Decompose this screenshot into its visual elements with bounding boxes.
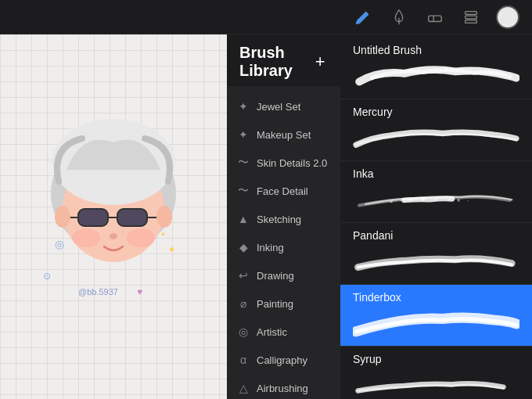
svg-text:✦: ✦ — [160, 231, 166, 238]
category-item-skin-details[interactable]: 〜Skin Details 2.0 — [227, 149, 336, 177]
category-label-calligraphy: Calligraphy — [257, 354, 307, 366]
layers-tool-btn[interactable] — [460, 6, 482, 28]
category-item-airbrushing[interactable]: △Airbrushing — [227, 374, 336, 399]
panel-title: Brush Library — [239, 44, 312, 80]
brush-categories-panel: Brush Library + ✦Jewel Set✦Makeup Set〜Sk… — [227, 34, 340, 399]
svg-point-28 — [422, 197, 426, 201]
svg-text:@bb.5937: @bb.5937 — [78, 287, 118, 297]
svg-point-29 — [435, 199, 437, 201]
brush-list: Untitled Brush Mercury Inka Pandani Tind… — [340, 34, 532, 399]
category-label-painting: Painting — [257, 298, 293, 310]
category-icon-sketching: ▲ — [236, 212, 250, 226]
toolbar — [0, 0, 532, 34]
category-label-jewel-set: Jewel Set — [257, 101, 300, 113]
add-brush-button[interactable]: + — [312, 51, 328, 73]
svg-point-31 — [458, 199, 460, 201]
category-label-face-detail: Face Detail — [257, 185, 308, 197]
panel-header: Brush Library + — [227, 34, 340, 86]
svg-rect-4 — [466, 16, 477, 19]
category-item-makeup-set[interactable]: ✦Makeup Set — [227, 120, 336, 149]
brush-stroke-untitled-brush — [353, 61, 519, 92]
category-item-artistic[interactable]: ◎Artistic — [227, 318, 336, 346]
svg-rect-1 — [429, 16, 442, 21]
category-label-inking: Inking — [257, 242, 284, 253]
brush-item-pandani[interactable]: Pandani — [340, 223, 532, 285]
category-icon-jewel-set: ✦ — [236, 99, 250, 113]
svg-point-15 — [127, 228, 155, 247]
svg-point-30 — [448, 199, 450, 200]
brush-stroke-pandani — [353, 246, 519, 278]
category-item-painting[interactable]: ⌀Painting — [227, 289, 336, 318]
brush-item-untitled-brush[interactable]: Untitled Brush — [340, 38, 532, 99]
svg-rect-3 — [466, 11, 477, 14]
svg-rect-10 — [117, 209, 147, 226]
brush-name-inka: Inka — [353, 167, 519, 180]
svg-point-18 — [156, 206, 172, 228]
category-icon-painting: ⌀ — [236, 297, 250, 311]
category-icon-drawing: ↩ — [236, 268, 250, 282]
category-icon-airbrushing: △ — [236, 381, 250, 395]
brush-list-panel: Untitled Brush Mercury Inka Pandani Tind… — [340, 34, 532, 399]
svg-text:♥: ♥ — [137, 286, 142, 297]
canvas-area[interactable]: @bb.5937 ♥ ◎ ⊙ ★ ✦ — [0, 34, 227, 399]
brush-name-pandani: Pandani — [353, 229, 519, 242]
category-item-drawing[interactable]: ↩Drawing — [227, 261, 336, 289]
pen-tool-btn[interactable] — [388, 6, 410, 28]
brush-item-tinderbox[interactable]: Tinderbox — [340, 285, 532, 347]
category-label-airbrushing: Airbrushing — [257, 383, 308, 394]
svg-rect-9 — [78, 209, 108, 226]
category-label-drawing: Drawing — [257, 270, 294, 282]
brush-stroke-inka — [353, 185, 519, 216]
brush-categories-list: ✦Jewel Set✦Makeup Set〜Skin Details 2.0〜F… — [227, 86, 336, 399]
svg-text:★: ★ — [168, 245, 175, 253]
category-label-skin-details: Skin Details 2.0 — [257, 157, 327, 169]
brush-stroke-mercury — [353, 123, 519, 154]
brush-name-tinderbox: Tinderbox — [353, 291, 519, 304]
canvas-paper: @bb.5937 ♥ ◎ ⊙ ★ ✦ — [0, 34, 227, 399]
brush-item-syrup[interactable]: Syrup — [340, 347, 532, 399]
category-label-sketching: Sketching — [257, 214, 301, 225]
brush-stroke-syrup — [353, 370, 519, 399]
category-icon-inking: ◆ — [236, 240, 250, 254]
svg-point-27 — [409, 198, 412, 201]
canvas-illustration: @bb.5937 ♥ ◎ ⊙ ★ ✦ — [27, 107, 200, 326]
svg-rect-5 — [466, 20, 477, 23]
svg-text:◎: ◎ — [55, 238, 64, 250]
category-label-artistic: Artistic — [257, 326, 287, 338]
brush-stroke-tinderbox — [353, 308, 519, 340]
svg-point-17 — [55, 206, 70, 228]
svg-text:⊙: ⊙ — [43, 271, 51, 282]
svg-point-32 — [468, 200, 469, 202]
brush-item-inka[interactable]: Inka — [340, 161, 532, 223]
category-item-face-detail[interactable]: 〜Face Detail — [227, 177, 336, 205]
svg-point-25 — [390, 200, 393, 203]
category-icon-makeup-set: ✦ — [236, 128, 250, 142]
brush-name-mercury: Mercury — [353, 106, 519, 118]
brush-name-untitled-brush: Untitled Brush — [353, 44, 519, 56]
category-item-sketching[interactable]: ▲Sketching — [227, 205, 336, 233]
category-item-inking[interactable]: ◆Inking — [227, 233, 336, 261]
color-swatch[interactable] — [496, 5, 519, 29]
brush-panel: Brush Library + ✦Jewel Set✦Makeup Set〜Sk… — [227, 34, 532, 399]
category-item-calligraphy[interactable]: αCalligraphy — [227, 346, 336, 374]
category-icon-artistic: ◎ — [236, 325, 250, 339]
eraser-tool-btn[interactable] — [424, 6, 446, 28]
svg-point-16 — [110, 233, 117, 239]
category-item-jewel-set[interactable]: ✦Jewel Set — [227, 92, 336, 120]
svg-point-14 — [72, 228, 100, 247]
category-icon-skin-details: 〜 — [236, 156, 250, 170]
brush-name-syrup: Syrup — [353, 353, 519, 365]
brush-item-mercury[interactable]: Mercury — [340, 99, 532, 161]
main-content: @bb.5937 ♥ ◎ ⊙ ★ ✦ Brush Library + ✦Jewe… — [0, 34, 532, 399]
category-icon-calligraphy: α — [236, 353, 250, 367]
svg-point-26 — [400, 200, 401, 201]
pencil-tool-btn[interactable] — [352, 6, 374, 28]
category-icon-face-detail: 〜 — [236, 184, 250, 198]
category-label-makeup-set: Makeup Set — [257, 129, 311, 141]
